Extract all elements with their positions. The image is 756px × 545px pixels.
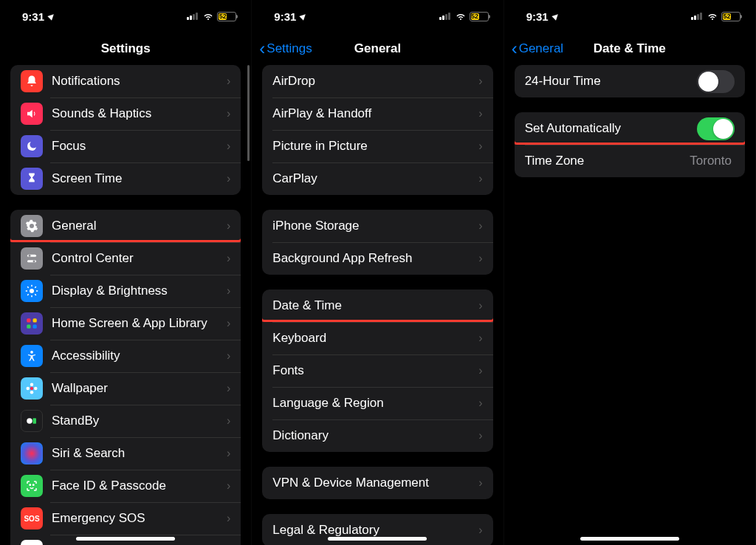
chevron-right-icon: › [227, 349, 230, 363]
toggle-knob [713, 119, 733, 139]
sos-icon: SOS [21, 507, 43, 529]
phone-settings: 9:31 52 Settings Notifications › Sounds … [0, 0, 252, 545]
row-face-id[interactable]: Face ID & Passcode › [10, 470, 241, 502]
row-label: VPN & Device Management [272, 476, 478, 490]
row-time-zone[interactable]: Time Zone Toronto [515, 145, 745, 177]
row-control-center[interactable]: Control Center › [10, 242, 241, 275]
row-emergency-sos[interactable]: SOS Emergency SOS › [10, 502, 241, 535]
row-airdrop[interactable]: AirDrop› [262, 65, 492, 97]
svg-point-11 [30, 383, 34, 387]
row-standby[interactable]: StandBy › [10, 405, 241, 437]
row-screen-time[interactable]: Screen Time › [10, 162, 241, 195]
section-general-group: General › Control Center › Display & Bri… [10, 210, 241, 545]
svg-rect-16 [33, 418, 37, 424]
back-label: General [519, 41, 563, 56]
section-set-auto: Set Automatically Time Zone Toronto [515, 112, 745, 177]
row-wallpaper[interactable]: Wallpaper › [10, 372, 241, 405]
svg-point-14 [34, 387, 38, 391]
row-fonts[interactable]: Fonts› [262, 354, 492, 387]
row-accessibility[interactable]: Accessibility › [10, 340, 241, 372]
phone-general: 9:31 52 ‹ Settings General AirDrop› AirP… [252, 0, 504, 545]
svg-rect-8 [33, 325, 37, 329]
row-siri-search[interactable]: Siri & Search › [10, 437, 241, 470]
row-focus[interactable]: Focus › [10, 130, 241, 162]
chevron-right-icon: › [478, 429, 482, 442]
row-label: Focus [52, 139, 227, 154]
row-iphone-storage[interactable]: iPhone Storage› [262, 210, 492, 242]
page-title: Date & Time [594, 41, 666, 56]
back-button[interactable]: ‹ General [512, 38, 563, 59]
section-24hour: 24-Hour Time [515, 65, 745, 97]
section-date-time-group: Date & Time› Keyboard› Fonts› Language &… [262, 289, 492, 452]
chevron-right-icon: › [227, 172, 230, 185]
row-label: StandBy [52, 414, 227, 428]
home-indicator[interactable] [328, 537, 427, 541]
home-indicator[interactable] [76, 537, 175, 541]
row-home-screen[interactable]: Home Screen & App Library › [10, 307, 241, 340]
status-bar: 9:31 52 [0, 0, 251, 32]
row-vpn-device-management[interactable]: VPN & Device Management› [262, 467, 492, 499]
row-notifications[interactable]: Notifications › [10, 65, 241, 97]
phone-date-time: 9:31 52 ‹ General Date & Time 24-Hour Ti… [504, 0, 756, 545]
home-indicator[interactable] [580, 537, 679, 541]
section-airdrop-group: AirDrop› AirPlay & Handoff› Picture in P… [262, 65, 492, 195]
scroll-indicator[interactable] [247, 65, 250, 161]
status-time: 9:31 [22, 10, 44, 23]
row-dictionary[interactable]: Dictionary› [262, 419, 492, 452]
row-label: Screen Time [52, 171, 227, 186]
content-settings: Notifications › Sounds & Haptics › Focus… [0, 65, 251, 545]
chevron-right-icon: › [227, 512, 230, 525]
row-date-time[interactable]: Date & Time› [262, 289, 492, 322]
row-airplay-handoff[interactable]: AirPlay & Handoff› [262, 97, 492, 130]
svg-point-2 [29, 255, 31, 257]
exposure-icon [21, 540, 43, 545]
toggle-24-hour[interactable] [697, 70, 735, 93]
row-general[interactable]: General › [10, 210, 241, 242]
status-right: 52 [439, 10, 489, 23]
chevron-right-icon: › [227, 140, 230, 153]
row-language-region[interactable]: Language & Region› [262, 387, 492, 419]
hourglass-icon [21, 168, 43, 190]
svg-point-12 [30, 391, 34, 394]
row-label: Sounds & Haptics [52, 106, 227, 121]
row-label: iPhone Storage [272, 219, 478, 233]
grid-icon [21, 312, 43, 335]
back-button[interactable]: ‹ Settings [259, 38, 312, 59]
row-sounds-haptics[interactable]: Sounds & Haptics › [10, 97, 241, 130]
location-icon [300, 12, 308, 20]
nav-header: Settings [0, 32, 251, 65]
svg-rect-6 [33, 318, 37, 322]
row-display-brightness[interactable]: Display & Brightness › [10, 275, 241, 307]
row-label: AirPlay & Handoff [272, 106, 478, 121]
battery-icon: 52 [217, 12, 236, 21]
signal-icon [691, 13, 702, 20]
row-label: General [52, 219, 227, 233]
page-title: General [354, 41, 401, 56]
row-background-app-refresh[interactable]: Background App Refresh› [262, 242, 492, 275]
chevron-right-icon: › [227, 382, 230, 395]
time-zone-value: Toronto [690, 154, 732, 168]
row-label: Dictionary [272, 428, 478, 443]
person-icon [21, 345, 43, 367]
row-keyboard[interactable]: Keyboard› [262, 322, 492, 354]
section-vpn-group: VPN & Device Management› [262, 467, 492, 499]
svg-point-4 [30, 289, 34, 293]
row-label: Legal & Regulatory [272, 523, 478, 538]
row-picture-in-picture[interactable]: Picture in Picture› [262, 130, 492, 162]
row-carplay[interactable]: CarPlay› [262, 162, 492, 195]
chevron-right-icon: › [227, 284, 230, 298]
battery-icon: 52 [721, 12, 740, 21]
back-label: Settings [267, 41, 312, 56]
row-label: Fonts [272, 363, 478, 378]
chevron-left-icon: ‹ [512, 38, 518, 59]
chevron-right-icon: › [227, 414, 230, 428]
flower-icon [21, 377, 43, 400]
chevron-right-icon: › [478, 219, 482, 233]
row-label: Display & Brightness [52, 284, 227, 298]
chevron-right-icon: › [227, 75, 230, 88]
row-label: Set Automatically [525, 121, 697, 136]
toggle-set-automatically[interactable] [697, 117, 735, 140]
chevron-right-icon: › [227, 317, 230, 330]
row-label: CarPlay [272, 171, 478, 186]
chevron-right-icon: › [478, 397, 482, 410]
